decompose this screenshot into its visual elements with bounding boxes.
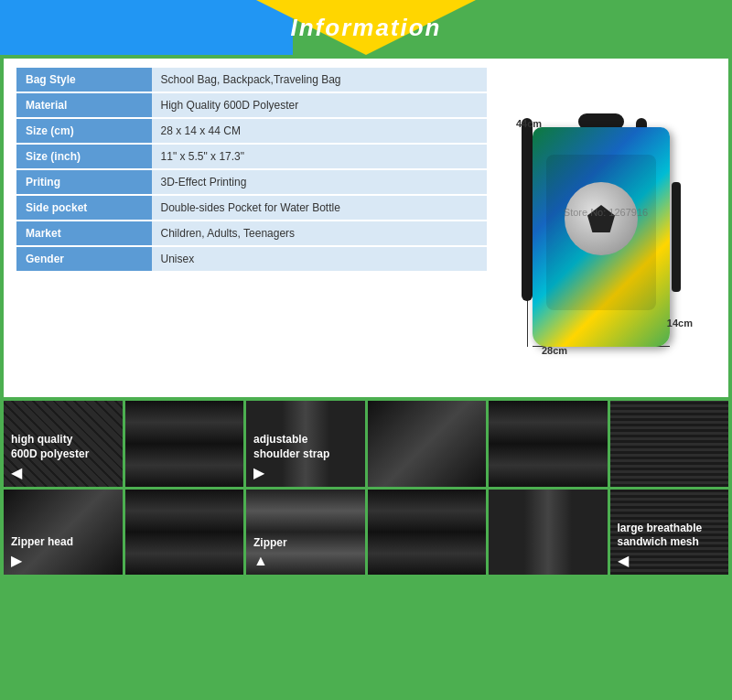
table-value-cell: 11" x 5.5" x 17.3": [152, 144, 487, 169]
feature-zipper2-label: Zipper: [253, 536, 358, 551]
dimension-height-label: 44cm: [516, 118, 542, 129]
dimension-depth-label: 14cm: [667, 318, 693, 328]
table-row: Size (cm) 28 x 14 x 44 CM: [16, 118, 487, 144]
feature-mesh-label: large breathablesandwich mesh: [618, 522, 722, 550]
page-header: Information: [0, 0, 732, 55]
feature-zipper2-empty: [489, 401, 608, 487]
feature-zipper-head-empty: [368, 401, 487, 487]
feature-row2-fill2: [368, 490, 487, 576]
feature-zipper2: Zipper ▲: [246, 490, 365, 576]
feature-row2-fill: [125, 490, 244, 576]
dimension-width-label: 28cm: [542, 345, 567, 356]
feature-grid: high quality600D polyester ◀ adjustables…: [4, 401, 728, 575]
feature-shoulder: adjustableshoulder strap ▶: [246, 401, 365, 487]
backpack-diagram: 44cm 28cm 14cm Store No: 1267916: [496, 68, 716, 388]
feature-mesh-empty: [610, 401, 729, 487]
side-strap: [672, 182, 681, 292]
table-label-cell: Gender: [16, 246, 152, 272]
main-content: Bag Style School Bag, Backpack,Traveling…: [4, 59, 728, 397]
feature-mesh: large breathablesandwich mesh ◀: [610, 490, 729, 576]
table-label-cell: Size (inch): [16, 144, 152, 169]
strap-left: [522, 118, 533, 301]
table-row: Size (inch) 11" x 5.5" x 17.3": [16, 144, 487, 169]
table-row: Priting 3D-Effect Printing: [16, 169, 487, 195]
store-watermark: Store No: 1267916: [564, 207, 648, 218]
table-value-cell: 3D-Effect Printing: [152, 169, 487, 195]
backpack-image: 44cm 28cm 14cm: [514, 109, 697, 365]
info-table: Bag Style School Bag, Backpack,Traveling…: [16, 68, 487, 273]
feature-zipper-head-icon: ▶: [11, 552, 115, 569]
table-row: Bag Style School Bag, Backpack,Traveling…: [16, 68, 487, 92]
table-value-cell: Double-sides Pocket for Water Bottle: [152, 195, 487, 221]
table-row: Side pocket Double-sides Pocket for Wate…: [16, 195, 487, 221]
feature-shoulder-icon: ▶: [253, 464, 358, 481]
feature-mesh-icon: ◀: [618, 552, 722, 569]
table-label-cell: Market: [16, 221, 152, 246]
table-label-cell: Material: [16, 92, 152, 118]
table-label-cell: Side pocket: [16, 195, 152, 221]
table-value-cell: High Quality 600D Polyester: [152, 92, 487, 118]
feature-zipper-main: [125, 401, 244, 487]
table-row: Gender Unisex: [16, 246, 487, 272]
feature-fabric: high quality600D polyester ◀: [4, 401, 123, 487]
table-label-cell: Priting: [16, 169, 152, 195]
table-row: Material High Quality 600D Polyester: [16, 92, 487, 118]
feature-shoulder-label: adjustableshoulder strap: [253, 433, 358, 461]
table-value-cell: School Bag, Backpack,Traveling Bag: [152, 68, 487, 92]
table-label-cell: Bag Style: [16, 68, 152, 92]
feature-fabric-label: high quality600D polyester: [11, 433, 115, 461]
table-value-cell: Unisex: [152, 246, 487, 272]
table-row: Market Children, Adults, Teenagers: [16, 221, 487, 246]
info-section: Bag Style School Bag, Backpack,Traveling…: [7, 59, 725, 397]
table-label-cell: Size (cm): [16, 118, 152, 144]
feature-row2-fill3: [489, 490, 608, 576]
feature-zipper2-icon: ▲: [253, 553, 358, 569]
table-value-cell: Children, Adults, Teenagers: [152, 221, 487, 246]
backpack-body: [533, 127, 670, 347]
feature-zipper-head: Zipper head ▶: [4, 490, 123, 576]
page-title: Information: [291, 14, 442, 42]
soccer-ball-graphic: [565, 182, 638, 255]
table-value-cell: 28 x 14 x 44 CM: [152, 118, 487, 144]
feature-zipper-head-label: Zipper head: [11, 535, 115, 550]
feature-fabric-icon: ◀: [11, 464, 115, 481]
